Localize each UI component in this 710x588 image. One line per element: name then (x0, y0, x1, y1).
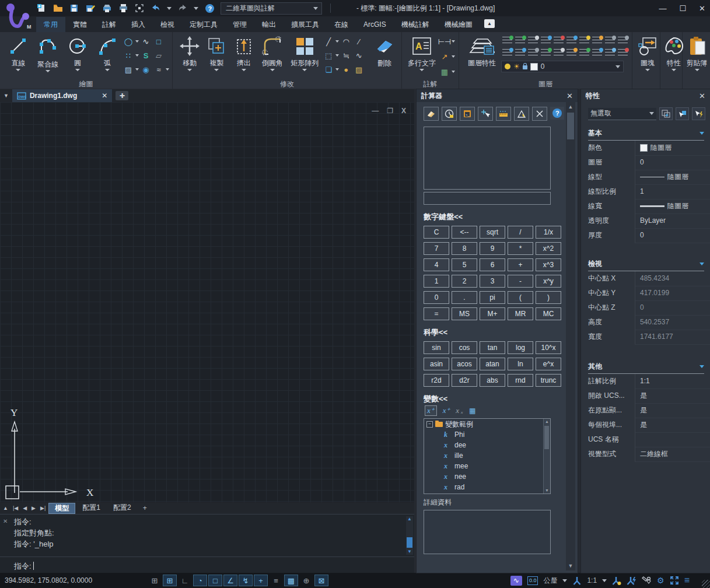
calculator-help-icon[interactable]: ? (550, 107, 564, 120)
ribbon-collapse-button[interactable]: ▲ (484, 19, 495, 28)
calc-sci-key[interactable]: d2r (452, 374, 477, 387)
scroll-up-icon[interactable]: ▲ (544, 419, 550, 425)
annotation-visibility-icon[interactable] (612, 576, 621, 586)
redo-dropdown-icon[interactable] (194, 7, 198, 10)
property-row[interactable]: 中心點 X 485.4234 (588, 271, 710, 286)
status-menu-icon[interactable]: ≡ (684, 575, 690, 586)
offset-icon[interactable]: ◠ (340, 36, 352, 47)
drawing-canvas[interactable]: — ❐ X Y X (0, 102, 414, 502)
calc-key[interactable]: / (508, 226, 533, 239)
variable-row[interactable]: x vee (424, 492, 550, 494)
dynamic-input-toggle[interactable]: + (254, 575, 268, 586)
line-button[interactable]: 直線 (5, 34, 32, 79)
property-row[interactable]: 顏色 隨圖層 (588, 141, 710, 155)
close-document-icon[interactable]: ✕ (102, 92, 107, 100)
layer-tool-icon[interactable] (502, 49, 512, 57)
chevron-down-icon[interactable] (335, 54, 339, 57)
quick-select-icon[interactable] (659, 107, 673, 120)
property-value[interactable]: 485.4234 (635, 271, 710, 286)
property-row[interactable]: 線型比例 1 (588, 184, 710, 199)
new-variable-icon[interactable]: x⁺ (425, 405, 437, 416)
layer-tool-icon[interactable] (579, 49, 589, 57)
calc-key[interactable]: 8 (452, 242, 477, 255)
scientific-section-title[interactable]: 科學<< (424, 327, 578, 338)
calc-key[interactable]: 3 (480, 275, 505, 288)
redo-icon[interactable] (177, 3, 188, 13)
last-layout-icon[interactable]: ▶| (39, 505, 47, 511)
property-value[interactable] (635, 432, 710, 447)
calc-key[interactable]: 0 (424, 291, 449, 304)
command-input[interactable]: 指令: (0, 556, 414, 572)
chevron-down-icon[interactable] (562, 579, 567, 582)
variables-folder-row[interactable]: − 變數範例 (424, 419, 550, 429)
clean-screen-icon[interactable] (134, 3, 145, 13)
scale-icon[interactable]: ⬚ (323, 50, 334, 61)
ribbon-tab[interactable]: 常用 (36, 17, 65, 32)
ribbon-tab[interactable]: 機械繪圖 (437, 17, 480, 32)
property-row[interactable]: 線寬 隨圖層 (588, 199, 710, 214)
grid-display-toggle[interactable]: ⊞ (148, 575, 162, 586)
layer-tool-icon[interactable] (515, 49, 525, 57)
undo-icon[interactable] (151, 3, 161, 13)
chevron-down-icon[interactable] (242, 69, 246, 71)
doc-list-dropdown-icon[interactable]: ▼ (4, 93, 9, 99)
selection-dropdown[interactable]: 無選取 (588, 108, 656, 120)
ribbon-tab[interactable]: 在線 (327, 17, 356, 32)
rect-array-button[interactable]: 矩形陣列 (288, 34, 321, 79)
stretch-button[interactable]: 擠出 (232, 34, 256, 79)
chevron-down-icon[interactable] (671, 69, 676, 71)
save-as-icon[interactable] (85, 3, 96, 13)
layer-tool-icon[interactable] (592, 37, 602, 44)
clipboard-button[interactable]: 剪貼簿 (686, 34, 708, 79)
property-row[interactable]: 註解比例 1:1 (588, 374, 710, 388)
ribbon-tab[interactable]: 機械註解 (394, 17, 437, 32)
calc-key[interactable]: 9 (480, 242, 505, 255)
calc-key[interactable]: x^2 (536, 242, 561, 255)
object-snap-tracking-toggle[interactable]: ↯ (239, 575, 253, 586)
property-value[interactable]: 隨圖層 (635, 199, 710, 214)
open-file-icon[interactable] (53, 3, 63, 13)
calc-key[interactable]: + (508, 258, 533, 271)
plot-icon[interactable] (102, 3, 112, 13)
layer-tool-icon[interactable] (528, 37, 538, 44)
scroll-up-icon[interactable]: ▲ (406, 516, 413, 522)
hatch-icon[interactable]: ▨ (123, 64, 134, 75)
property-value[interactable]: 是 (635, 403, 710, 418)
paste-to-command-line-icon[interactable]: >_ (460, 107, 475, 121)
calc-sci-key[interactable]: trunc (536, 374, 561, 387)
table-icon[interactable]: ▦ (439, 66, 450, 77)
calc-key[interactable]: = (424, 307, 449, 320)
chevron-down-icon[interactable] (16, 69, 20, 71)
document-tab[interactable]: DWG Drawing1.dwg ✕ (12, 89, 112, 102)
settings-gear-icon[interactable]: ⚙ (657, 576, 664, 585)
property-value[interactable]: 1 (635, 184, 710, 200)
layer-tool-icon[interactable] (554, 49, 564, 57)
ortho-toggle[interactable]: ∟ (178, 575, 192, 586)
variables-section-title[interactable]: 變數<< (424, 394, 578, 404)
chevron-down-icon[interactable] (645, 69, 650, 71)
layer-tool-icon[interactable] (618, 37, 628, 44)
annotation-autoscale-icon[interactable] (627, 576, 636, 586)
calc-sci-key[interactable]: tan (480, 341, 505, 354)
section-other[interactable]: 其他 (588, 362, 704, 374)
property-row[interactable]: 每個視埠... 是 (588, 418, 710, 432)
close-properties-icon[interactable]: ✕ (699, 92, 705, 100)
calc-key[interactable]: . (452, 291, 477, 304)
point-icon[interactable]: ∷ (123, 50, 134, 61)
save-icon[interactable] (69, 3, 79, 13)
calc-key[interactable]: C (424, 226, 449, 239)
layer-tool-icon[interactable] (579, 37, 589, 44)
calc-sci-key[interactable]: sin (424, 341, 449, 354)
new-file-icon[interactable] (36, 3, 47, 13)
new-document-button[interactable]: ✚ (116, 91, 128, 100)
chevron-down-icon[interactable] (135, 68, 139, 71)
calc-key[interactable]: 7 (424, 242, 449, 255)
collapse-command-icon[interactable]: ▲ (1, 505, 10, 511)
layer-tool-icon[interactable] (515, 37, 525, 44)
property-row[interactable]: 視覺型式 二維線框 (588, 447, 710, 461)
clear-icon[interactable] (424, 107, 439, 121)
property-value[interactable]: ByLayer (635, 214, 710, 229)
multiline-icon[interactable]: S (140, 50, 152, 61)
layer-tool-icon[interactable] (605, 49, 615, 57)
ribbon-tab[interactable]: 插入 (124, 17, 153, 32)
